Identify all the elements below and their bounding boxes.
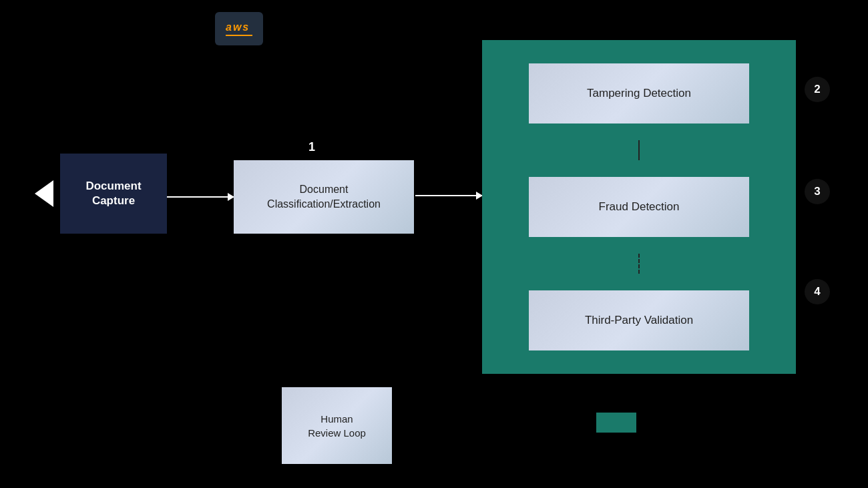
human-review-loop-label: Human Review Loop xyxy=(308,412,366,440)
arrow-capture-to-classification xyxy=(167,196,234,198)
aws-logo: aws xyxy=(215,12,263,45)
badge-2: 2 xyxy=(805,77,830,102)
document-classification-box: Document Classification/Extraction xyxy=(234,160,414,234)
small-teal-indicator xyxy=(596,413,636,433)
aws-logo-text: aws xyxy=(226,21,252,33)
step-1-label: 1 xyxy=(308,140,315,154)
document-classification-label: Document Classification/Extraction xyxy=(267,182,381,212)
tampering-detection-label: Tampering Detection xyxy=(587,87,691,100)
tampering-detection-card: Tampering Detection xyxy=(529,63,749,124)
connector-dashed-1 xyxy=(638,254,640,274)
third-party-validation-label: Third-Party Validation xyxy=(585,314,693,327)
fraud-detection-label: Fraud Detection xyxy=(599,200,680,214)
connector-solid-1 xyxy=(638,140,640,160)
input-arrow xyxy=(35,180,53,207)
badge-4: 4 xyxy=(805,279,830,304)
fraud-detection-card: Fraud Detection xyxy=(529,177,749,237)
teal-verification-container: Tampering Detection Fraud Detection Thir… xyxy=(482,40,796,374)
document-capture-box: Document Capture xyxy=(60,154,167,234)
badge-3: 3 xyxy=(805,179,830,204)
arrow-classification-to-teal xyxy=(415,195,482,196)
document-capture-label: Document Capture xyxy=(85,179,141,208)
third-party-validation-card: Third-Party Validation xyxy=(529,290,749,350)
human-review-loop-box: Human Review Loop xyxy=(282,387,392,464)
